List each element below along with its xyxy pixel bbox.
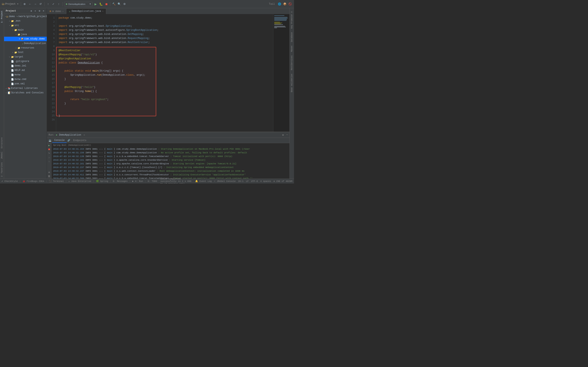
toolbar-sep-3	[62, 2, 63, 6]
back-btn[interactable]: ←	[28, 2, 32, 6]
tree-item-scratches[interactable]: ▸ 📝 Scratches and Consoles	[4, 91, 47, 95]
right-tab-database[interactable]: Database	[290, 31, 294, 44]
tree-item-gitignore[interactable]: 📄 .gitignore	[4, 59, 47, 64]
tree-label-scratches: Scratches and Consoles	[11, 91, 43, 94]
tree-item-target[interactable]: ▸ 📁 target	[4, 55, 47, 59]
tab-demoapplication[interactable]: ☕ DemoApplication.java ✕	[66, 8, 106, 14]
status-encoding[interactable]: UTF-8	[251, 180, 258, 183]
status-run[interactable]: ▶ 4: Run	[132, 180, 143, 183]
tree-item-test[interactable]: ▸ 📁 test	[4, 50, 47, 55]
tree-item-demoixml[interactable]: 📄 demo.iml	[4, 64, 47, 68]
console-log-2: 2019-07-03 14:40:31.156 INFO 3801 --- [ …	[53, 151, 288, 155]
right-tab-maven[interactable]: Maven	[290, 44, 294, 53]
status-message: Build completed successfully in 2 s 698 …	[160, 178, 194, 184]
right-tab-key-promoter[interactable]: Key Promoter X	[290, 10, 294, 30]
stop-btn[interactable]: ⏹	[104, 2, 109, 6]
ln-22: 22	[49, 101, 55, 106]
forward-btn[interactable]: →	[33, 2, 38, 6]
console-scroll-icon[interactable]: ↑	[48, 156, 50, 159]
status-java-enterprise[interactable]: ☕ Java Enterprise	[68, 180, 91, 183]
console-trash-icon[interactable]: 🗑	[48, 175, 51, 178]
tree-label-main: main	[18, 29, 24, 31]
console-play-icon[interactable]: ▶	[48, 144, 50, 147]
right-tab-rest-services[interactable]: RestServices	[290, 54, 294, 72]
console-gear-icon[interactable]: ⚙	[48, 171, 50, 174]
tree-item-helpmd[interactable]: 📄 HELP.md	[4, 68, 47, 73]
tree-item-package[interactable]: ▾ 📦 com.study.demo	[4, 37, 47, 41]
toolbar-project-label: Project ▾	[5, 2, 18, 6]
tree-item-mvn[interactable]: ▸ 📁 .mvn	[4, 19, 47, 23]
run-tab-close[interactable]: ✕	[84, 134, 85, 136]
favorites-tab[interactable]: 2: Favorites	[0, 161, 4, 179]
tree-icon-java: 📁	[17, 33, 20, 36]
build-btn[interactable]: 🔨	[112, 2, 116, 6]
ln-14: 14	[49, 69, 55, 73]
console-stop-icon[interactable]: ⏹	[48, 148, 51, 151]
tab-demoapplication-close[interactable]: ✕	[102, 10, 104, 12]
run-config-btn[interactable]: ▶ DemoApplication ▾	[64, 2, 93, 6]
status-checkstyle[interactable]: ✔ CheckStyle	[2, 180, 18, 183]
run-minimize-icon[interactable]: −	[286, 133, 288, 136]
code-line-16: }	[59, 77, 271, 81]
project-header-collapse[interactable]: ≡	[34, 9, 37, 13]
mm-11	[274, 24, 281, 24]
tree-item-demo[interactable]: ▾ 🗂 demo ~/work/github_project/demo	[4, 14, 47, 19]
settings-btn[interactable]: ⚙	[122, 2, 127, 6]
console-edit-icon[interactable]: ✎	[48, 152, 50, 155]
status-findbugs[interactable]: 🐞 FindBugs-IDEA	[22, 180, 44, 183]
tree-item-java[interactable]: ▾ 📁 java	[4, 32, 47, 37]
tab-demo[interactable]: m m demo ✕	[47, 8, 66, 14]
tree-item-src[interactable]: ▾ 📁 src	[4, 23, 47, 28]
mm-14	[274, 26, 285, 26]
tree-item-pomxml[interactable]: 📄 pom.xml	[4, 82, 47, 86]
debug-btn[interactable]: 🐛	[99, 2, 103, 6]
tree-icon-helpmd: 📄	[11, 69, 14, 72]
push-btn[interactable]: ↑	[57, 2, 61, 6]
project-header-settings[interactable]: ⊕	[30, 9, 33, 13]
tree-item-main[interactable]: ▾ 📁 main	[4, 28, 47, 32]
status-event-log[interactable]: 🔔 Event Log	[195, 180, 212, 183]
new-file-btn[interactable]: ⊕	[22, 2, 27, 6]
tree-icon-demoiml: 📄	[11, 65, 14, 67]
tree-item-extlibs[interactable]: ▸ 📚 External Libraries	[4, 86, 47, 91]
tree-label-target: target	[15, 55, 23, 58]
code-content[interactable]: package com.study.demo; import org.sprin…	[56, 14, 273, 132]
status-jrebel-console[interactable]: ⚡ JRebel Console	[214, 180, 236, 183]
status-messages[interactable]: 0: Messages	[113, 180, 128, 183]
tree-label-mvn: .mvn	[15, 20, 20, 22]
structure-tool-tab[interactable]: Structure	[0, 136, 4, 150]
plugin-1-btn[interactable]: 📦	[283, 2, 287, 6]
project-header-gear[interactable]: ⚙	[38, 9, 41, 13]
ln-7: 7	[49, 40, 55, 44]
external-tools-btn[interactable]: 🌐	[277, 2, 282, 6]
console-text[interactable]: Spring Boot (DemoApplicationKt) 2019-07-…	[52, 143, 290, 179]
ln-9: 9	[49, 49, 55, 53]
console-down-icon[interactable]: ↓	[48, 160, 50, 163]
refresh-btn[interactable]: ↺	[38, 2, 43, 6]
run-settings-icon[interactable]: ⚙	[282, 133, 284, 137]
plugin-2-btn[interactable]: 🚫	[288, 2, 292, 6]
tree-item-demoapplication[interactable]: ☕ DemoApplication	[4, 41, 47, 46]
tab-console[interactable]: Console	[52, 138, 67, 143]
project-panel-close[interactable]: ✕	[42, 9, 45, 13]
ln-25: 25	[49, 114, 55, 118]
status-spring[interactable]: 🌿 Spring	[96, 180, 108, 183]
right-tab-bean-validation[interactable]: Bean Validation	[290, 72, 294, 94]
jrebel-tab[interactable]: JRebel	[0, 150, 4, 161]
tab-endpoints[interactable]: Endpoints	[71, 138, 88, 143]
search-btn[interactable]: 🔍	[117, 2, 121, 6]
run-btn[interactable]: ▶	[94, 2, 98, 6]
code-area: 1 2 3 4 5 6 7 8 9 10 11 12 13 14 15 16 1	[47, 14, 290, 132]
status-terminal[interactable]: ⬛ Terminal	[49, 180, 64, 183]
tab-demo-close[interactable]: ✕	[62, 10, 63, 13]
console-header-line: Spring Boot (DemoApplicationKt)	[53, 143, 288, 147]
project-tool-tab[interactable]: 1: Project	[0, 9, 4, 25]
vcs-btn[interactable]: ↑	[46, 2, 51, 6]
commit-btn[interactable]: ✓	[51, 2, 56, 6]
tree-item-mvnw[interactable]: 📄 mvnw	[4, 73, 47, 77]
tree-label-test: test	[18, 51, 24, 54]
run-app-name[interactable]: DemoApplication	[59, 133, 81, 136]
tree-item-mvnwcmd[interactable]: 📄 mvnw.cmd	[4, 77, 47, 82]
status-todo[interactable]: 6: TODO	[148, 180, 157, 183]
tree-item-resources[interactable]: ▸ 📁 resources	[4, 46, 47, 50]
